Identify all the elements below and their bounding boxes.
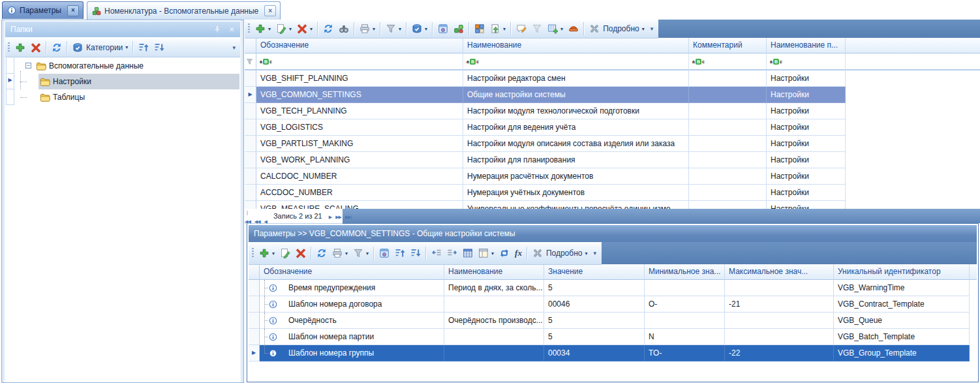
grid-cell[interactable] <box>725 280 834 296</box>
grid-cell[interactable] <box>689 103 767 119</box>
grid-cell[interactable] <box>444 329 544 345</box>
grid-cell[interactable] <box>689 168 767 185</box>
grid-cell[interactable]: Очерёдность <box>260 313 444 329</box>
pin-icon[interactable] <box>211 24 223 35</box>
grid-cell[interactable]: Универсальные коэффициенты пересчёта еди… <box>463 201 689 209</box>
edit-button[interactable] <box>277 246 293 260</box>
table-row[interactable]: Шаблон номера партии5NVGB_Batch_Template <box>249 329 977 345</box>
collapse-toggle-icon[interactable]: − <box>25 63 31 69</box>
delete-button[interactable] <box>293 246 309 260</box>
grid-cell[interactable]: TO- <box>645 345 725 361</box>
filter-cell-1[interactable]: аBс <box>463 54 689 70</box>
grid-cell[interactable]: Шаблон номера партии <box>260 329 444 345</box>
detail-button[interactable]: Подробно▾ <box>587 22 647 36</box>
grid-cell[interactable]: Настройки <box>767 136 846 152</box>
refresh-button[interactable] <box>49 40 65 55</box>
grid-cell[interactable] <box>689 136 767 152</box>
layout-button[interactable] <box>472 22 487 36</box>
close-icon[interactable]: ✕ <box>226 24 237 35</box>
tree-node-2[interactable]: Таблицы <box>15 89 239 105</box>
sort-asc-button[interactable] <box>392 246 408 260</box>
tree-node-root[interactable]: −Вспомогательные данные <box>15 58 239 74</box>
grid-cell[interactable] <box>645 280 725 296</box>
table-row[interactable]: ОчерёдностьОчерёдность производс...5VGB_… <box>249 313 977 329</box>
grid-cell[interactable]: Шаблон номера группы <box>260 345 444 361</box>
nav-last-button[interactable]: ▶▶| <box>343 215 354 219</box>
grid-cell[interactable]: Время предупреждения <box>260 280 444 296</box>
grid-cell[interactable]: VGB_Group_Template <box>834 345 970 361</box>
filter-cell-0[interactable]: аBс <box>256 54 463 70</box>
grid-cell[interactable]: Нумерация учётных документов <box>463 185 689 201</box>
annotate-button[interactable] <box>513 22 529 36</box>
grid-cell[interactable]: Общие настройки системы <box>463 87 689 103</box>
tree-node-1[interactable]: Настройки <box>15 74 239 89</box>
delete-button[interactable]: ▾ <box>294 22 315 36</box>
grid-cell[interactable]: N <box>645 329 725 345</box>
indent-button[interactable] <box>444 246 460 260</box>
window-button[interactable] <box>376 246 392 260</box>
edit-button[interactable]: ▾ <box>273 22 294 36</box>
nav-prev-button[interactable]: ◀ <box>262 219 269 224</box>
table-row[interactable]: VGB_PARTLIST_MAKINGНастройки модуля опис… <box>245 136 980 152</box>
print-button[interactable]: ▾ <box>357 22 378 36</box>
add-button[interactable]: ▾ <box>256 246 277 260</box>
grid-cell[interactable] <box>689 185 767 201</box>
grid-cell[interactable]: VGB_WarningTime <box>834 280 970 296</box>
grid-cell[interactable]: VGB_Contract_Template <box>834 296 970 313</box>
grid-cell[interactable] <box>725 329 834 345</box>
column-header-3[interactable]: Наименование п... <box>767 38 846 54</box>
toolbar-overflow-button[interactable]: ▾ <box>590 242 600 264</box>
toolbar-grip[interactable] <box>8 42 10 53</box>
filter-button[interactable]: ▾ <box>350 246 371 260</box>
grid-cell[interactable]: Шаблон номера договора <box>260 296 444 313</box>
add-button[interactable]: ▾ <box>253 22 273 36</box>
filter-gray-button[interactable] <box>529 22 545 36</box>
grid-cell[interactable]: VGB_COMMON_SETTINGS <box>256 87 463 103</box>
toolbar-overflow-button[interactable]: ▾ <box>229 38 239 57</box>
filter-cell-3[interactable]: аBс <box>767 54 846 70</box>
nav-next-page-button[interactable]: ▶▶ <box>333 215 343 219</box>
table-row[interactable]: VGB_MEASURE_SCALINGУниверсальные коэффиц… <box>245 201 980 209</box>
grid-cell[interactable]: Настройки <box>767 185 846 201</box>
nav-next-button[interactable]: ▶ <box>327 215 333 219</box>
grid-cell[interactable]: Настройки <box>767 119 846 136</box>
categories-button[interactable]: Категории▾ <box>70 40 130 55</box>
sort-desc-button[interactable] <box>151 40 167 55</box>
grid-cell[interactable] <box>689 152 767 168</box>
detail-column-header-1[interactable]: Наименование <box>444 264 544 280</box>
detail-column-header-5[interactable]: Уникальный идентификатор <box>834 264 970 280</box>
grid-cell[interactable]: -22 <box>725 345 834 361</box>
grid-cell[interactable]: VGB_Queue <box>834 313 970 329</box>
categories-button[interactable]: ▾ <box>409 22 430 36</box>
toolbar-overflow-button[interactable]: ▾ <box>647 20 657 38</box>
grid-cell[interactable]: Период в днях, за сколь... <box>444 280 544 296</box>
print-button[interactable]: ▾ <box>329 246 350 260</box>
column-header-0[interactable]: Обозначение <box>256 38 463 54</box>
table-add-button[interactable]: ▾ <box>545 22 566 36</box>
grid-cell[interactable]: Настройки <box>767 70 846 87</box>
grid-cell[interactable] <box>689 87 767 103</box>
grid-cell[interactable]: Настройки <box>767 87 846 103</box>
tab-inactive-1[interactable]: Параметры× <box>2 1 84 19</box>
grid-cell[interactable]: VGB_LOGISTICS <box>256 119 463 136</box>
grid-cell[interactable]: VGB_WORK_PLANNING <box>256 152 463 168</box>
grid-cell[interactable]: VGB_SHIFT_PLANNING <box>256 70 463 87</box>
column-header-1[interactable]: Наименование <box>463 38 689 54</box>
outdent-button[interactable] <box>429 246 444 260</box>
grid-cell[interactable]: Очерёдность производс... <box>444 313 544 329</box>
grid-cell[interactable] <box>645 313 725 329</box>
delete-button[interactable] <box>28 40 44 55</box>
grid-cell[interactable]: CALCDOC_NUMBER <box>256 168 463 185</box>
grid-cell[interactable]: Настройки модуля описания состава издели… <box>463 136 689 152</box>
grid-cell[interactable]: 00046 <box>544 296 645 313</box>
detail-column-header-2[interactable]: Значение <box>544 264 645 280</box>
tab-active-2[interactable]: Номенклатура - Вспомогательные данные× <box>87 1 281 20</box>
grid-cell[interactable]: -21 <box>725 296 834 313</box>
export-button[interactable]: ▾ <box>487 22 508 36</box>
grid-cell[interactable] <box>444 345 544 361</box>
grid-cell[interactable]: ACCDOC_NUMBER <box>256 185 463 201</box>
grid-cell[interactable] <box>689 201 767 209</box>
table-row[interactable]: Шаблон номера договора00046O--21VGB_Cont… <box>249 296 977 313</box>
toolbar-grip[interactable] <box>248 23 250 34</box>
columns-button[interactable]: ▾ <box>476 246 497 260</box>
